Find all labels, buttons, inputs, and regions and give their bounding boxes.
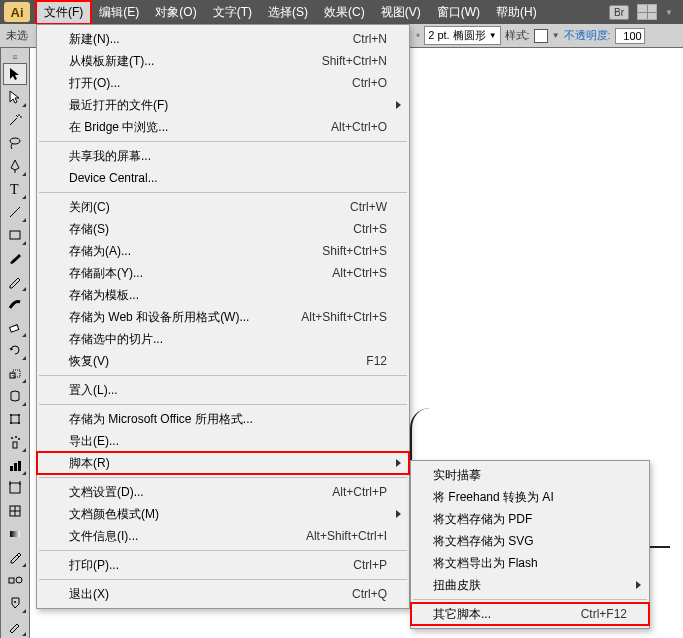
menu-help[interactable]: 帮助(H) xyxy=(488,1,545,24)
style-swatch[interactable] xyxy=(534,29,548,43)
mesh-tool[interactable] xyxy=(3,500,27,522)
menu-item[interactable]: 导出(E)... xyxy=(37,430,409,452)
menu-item-label: 文档颜色模式(M) xyxy=(69,506,387,523)
submenu-item[interactable]: 将文档存储为 PDF xyxy=(411,508,649,530)
toolbox-grip[interactable]: ≡ xyxy=(3,52,27,62)
slice-tool[interactable] xyxy=(3,615,27,637)
menu-item[interactable]: 存储为(A)...Shift+Ctrl+S xyxy=(37,240,409,262)
magic-wand-tool[interactable] xyxy=(3,109,27,131)
blob-brush-tool[interactable] xyxy=(3,293,27,315)
submenu-item-label: 将文档存储为 SVG xyxy=(433,533,627,550)
chevron-down-icon[interactable]: ▼ xyxy=(665,8,673,17)
menu-object[interactable]: 对象(O) xyxy=(147,1,204,24)
submenu-item[interactable]: 将 Freehand 转换为 AI xyxy=(411,486,649,508)
submenu-item[interactable]: 将文档导出为 Flash xyxy=(411,552,649,574)
live-paint-tool[interactable] xyxy=(3,592,27,614)
menu-item[interactable]: 脚本(R) xyxy=(37,452,409,474)
menu-window[interactable]: 窗口(W) xyxy=(429,1,488,24)
menu-item[interactable]: 在 Bridge 中浏览...Alt+Ctrl+O xyxy=(37,116,409,138)
menu-item[interactable]: 打开(O)...Ctrl+O xyxy=(37,72,409,94)
svg-point-28 xyxy=(14,601,16,603)
type-tool[interactable]: T xyxy=(3,178,27,200)
toolbox: ≡ T xyxy=(0,48,30,638)
free-transform-tool[interactable] xyxy=(3,408,27,430)
menu-item[interactable]: Device Central... xyxy=(37,167,409,189)
eraser-tool[interactable] xyxy=(3,316,27,338)
menu-item[interactable]: 存储为模板... xyxy=(37,284,409,306)
svg-line-2 xyxy=(10,207,20,217)
pencil-tool[interactable] xyxy=(3,270,27,292)
menu-separator xyxy=(39,375,407,376)
menu-item[interactable]: 最近打开的文件(F) xyxy=(37,94,409,116)
submenu-arrow-icon xyxy=(396,510,401,518)
arrange-documents-icon[interactable] xyxy=(637,4,657,20)
rectangle-tool[interactable] xyxy=(3,224,27,246)
submenu-arrow-icon xyxy=(396,101,401,109)
submenu-item[interactable]: 其它脚本...Ctrl+F12 xyxy=(411,603,649,625)
artboard-tool[interactable] xyxy=(3,477,27,499)
stroke-profile-select[interactable]: 2 pt. 椭圆形 ▼ xyxy=(424,26,500,45)
file-menu-dropdown: 新建(N)...Ctrl+N从模板新建(T)...Shift+Ctrl+N打开(… xyxy=(36,24,410,609)
svg-point-15 xyxy=(18,438,20,440)
svg-point-10 xyxy=(10,422,12,424)
menu-item[interactable]: 文档颜色模式(M) xyxy=(37,503,409,525)
menu-item[interactable]: 存储为 Microsoft Office 所用格式... xyxy=(37,408,409,430)
menu-edit[interactable]: 编辑(E) xyxy=(91,1,147,24)
menu-item[interactable]: 存储选中的切片... xyxy=(37,328,409,350)
menu-item[interactable]: 存储为 Web 和设备所用格式(W)...Alt+Shift+Ctrl+S xyxy=(37,306,409,328)
menu-item[interactable]: 从模板新建(T)...Shift+Ctrl+N xyxy=(37,50,409,72)
gradient-tool[interactable] xyxy=(3,523,27,545)
opacity-label[interactable]: 不透明度: xyxy=(564,28,611,43)
menu-item[interactable]: 共享我的屏幕... xyxy=(37,145,409,167)
menu-item[interactable]: 文档设置(D)...Alt+Ctrl+P xyxy=(37,481,409,503)
lasso-tool[interactable] xyxy=(3,132,27,154)
menu-item-label: 导出(E)... xyxy=(69,433,387,450)
submenu-arrow-icon xyxy=(636,581,641,589)
menu-item-label: 打印(P)... xyxy=(69,557,353,574)
menubar-right: Br ▼ xyxy=(609,4,683,20)
menu-item[interactable]: 打印(P)...Ctrl+P xyxy=(37,554,409,576)
selection-tool[interactable] xyxy=(3,63,27,85)
svg-rect-16 xyxy=(10,466,13,471)
menu-item[interactable]: 退出(X)Ctrl+Q xyxy=(37,583,409,605)
line-tool[interactable] xyxy=(3,201,27,223)
menu-effect[interactable]: 效果(C) xyxy=(316,1,373,24)
menu-item[interactable]: 关闭(C)Ctrl+W xyxy=(37,196,409,218)
menu-file[interactable]: 文件(F) xyxy=(36,1,91,24)
menu-view[interactable]: 视图(V) xyxy=(373,1,429,24)
menu-item-shortcut: Ctrl+O xyxy=(352,76,387,90)
submenu-item[interactable]: 实时描摹 xyxy=(411,464,649,486)
submenu-item[interactable]: 扭曲皮肤 xyxy=(411,574,649,596)
menu-item-label: 关闭(C) xyxy=(69,199,350,216)
paintbrush-tool[interactable] xyxy=(3,247,27,269)
svg-rect-17 xyxy=(14,463,17,471)
menu-text[interactable]: 文字(T) xyxy=(205,1,260,24)
menu-item[interactable]: 恢复(V)F12 xyxy=(37,350,409,372)
menu-item-shortcut: Ctrl+P xyxy=(353,558,387,572)
menu-item-shortcut: Shift+Ctrl+N xyxy=(322,54,387,68)
menu-separator xyxy=(39,579,407,580)
opacity-input[interactable]: 100 xyxy=(615,28,645,44)
menu-item[interactable]: 文件信息(I)...Alt+Shift+Ctrl+I xyxy=(37,525,409,547)
menu-item-label: 存储选中的切片... xyxy=(69,331,387,348)
menu-item[interactable]: 置入(L)... xyxy=(37,379,409,401)
blend-tool[interactable] xyxy=(3,569,27,591)
menu-item[interactable]: 新建(N)...Ctrl+N xyxy=(37,28,409,50)
svg-point-11 xyxy=(18,422,20,424)
menu-item[interactable]: 存储(S)Ctrl+S xyxy=(37,218,409,240)
selection-status: 未选 xyxy=(6,28,28,43)
svg-point-0 xyxy=(10,138,20,144)
eyedropper-tool[interactable] xyxy=(3,546,27,568)
submenu-item[interactable]: 将文档存储为 SVG xyxy=(411,530,649,552)
bridge-button[interactable]: Br xyxy=(609,5,629,20)
menu-item[interactable]: 存储副本(Y)...Alt+Ctrl+S xyxy=(37,262,409,284)
menu-select[interactable]: 选择(S) xyxy=(260,1,316,24)
pen-tool[interactable] xyxy=(3,155,27,177)
svg-rect-4 xyxy=(10,325,19,332)
warp-tool[interactable] xyxy=(3,385,27,407)
scale-tool[interactable] xyxy=(3,362,27,384)
rotate-tool[interactable] xyxy=(3,339,27,361)
graph-tool[interactable] xyxy=(3,454,27,476)
direct-selection-tool[interactable] xyxy=(3,86,27,108)
symbol-sprayer-tool[interactable] xyxy=(3,431,27,453)
